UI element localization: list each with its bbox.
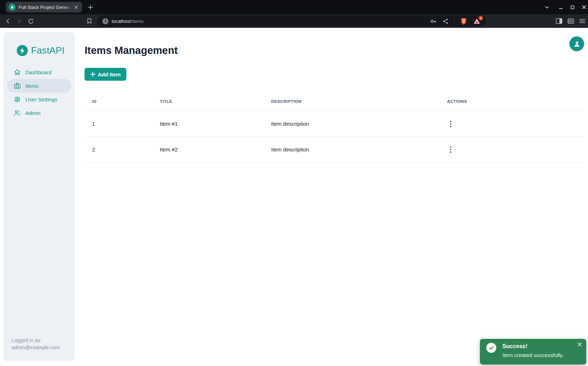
url-text[interactable]: localhost/items [112,19,430,24]
sidebar: FastAPI Dashboard Items [4,32,75,361]
password-key-icon[interactable] [430,18,437,25]
share-icon[interactable] [442,18,448,24]
logged-in-info: Logged in as: admin@example.com [11,337,60,351]
sidebar-menu: Dashboard Items User Settings [4,65,75,120]
plus-icon [90,72,95,77]
back-button[interactable] [4,17,12,25]
page-content: FastAPI Dashboard Items [0,28,588,366]
urlbar-divider [454,18,455,24]
col-header-description: DESCRIPTION [264,99,440,104]
tab-title-fade [64,2,74,12]
sidebar-item-label: Items [25,83,39,89]
toast-title: Success! [502,343,527,350]
menu-hamburger-icon[interactable] [578,17,587,25]
app-logo: FastAPI [17,45,75,56]
sidebar-item-items[interactable]: Items [7,79,71,92]
browser-window: Full Stack Project Genera [0,0,588,366]
sidebar-item-label: Admin [25,110,41,116]
reload-button[interactable] [26,17,35,25]
toast-close-icon[interactable] [576,341,583,348]
cell-title: Item #1 [152,121,264,127]
url-host: localhost [112,19,131,24]
sidebar-item-label: User Settings [25,96,57,102]
window-close-button[interactable] [580,3,588,11]
site-info-icon[interactable]: i [102,18,108,24]
sidebar-item-label: Dashboard [25,69,51,75]
user-avatar-button[interactable] [569,36,584,51]
sidebar-panel-toggle-icon[interactable] [555,17,563,25]
table-row: 1 Item #1 Item description [85,111,584,137]
add-item-button[interactable]: Add Item [85,68,126,81]
row-actions-kebab-button[interactable] [446,145,456,155]
window-minimize-button[interactable] [557,3,565,11]
row-actions-kebab-button[interactable] [446,119,456,129]
fastapi-favicon-icon [9,4,16,11]
sidebar-item-dashboard[interactable]: Dashboard [7,65,71,79]
gear-icon [14,96,21,103]
col-header-title: TITLE [152,99,264,104]
window-maximize-button[interactable] [568,3,576,11]
success-toast: Success! Item created successfully. [480,339,586,365]
sidebar-item-user-settings[interactable]: User Settings [7,92,71,106]
url-bar[interactable]: i localhost/items 1 [97,16,486,26]
cell-title: Item #2 [152,146,264,152]
browser-tab[interactable]: Full Stack Project Genera [6,2,82,12]
rewards-badge: 1 [478,16,483,20]
logged-in-label: Logged in as: [11,337,60,344]
users-icon [14,110,21,116]
cell-id: 1 [85,121,152,127]
new-tab-button[interactable] [86,3,94,11]
sidebar-item-admin[interactable]: Admin [7,106,71,120]
col-header-actions: ACTIONS [440,99,584,104]
cell-description: Item description [264,121,440,127]
brave-rewards-icon[interactable]: 1 [473,17,481,25]
table-row: 2 Item #2 Item description [85,137,584,162]
app-logo-text: FastAPI [31,45,65,56]
table-header-row: ID TITLE DESCRIPTION ACTIONS [85,92,584,111]
user-icon [573,40,581,48]
col-header-id: ID [85,99,152,104]
url-path: /items [131,19,143,24]
tab-close-icon[interactable] [73,4,79,10]
briefcase-icon [14,82,21,89]
home-icon [14,69,21,75]
items-table: ID TITLE DESCRIPTION ACTIONS 1 Item #1 I… [85,92,584,162]
bookmark-icon[interactable] [85,17,93,25]
brave-shield-icon[interactable] [460,17,467,25]
forward-button[interactable] [15,17,24,25]
fastapi-logo-icon [17,45,28,56]
cell-id: 2 [85,146,152,152]
cell-description: Item description [264,146,440,152]
logged-in-email: admin@example.com [11,344,60,351]
wallet-icon[interactable] [567,17,575,25]
check-circle-icon [486,343,496,353]
toast-message: Item created successfully. [502,352,563,358]
page-title: Items Management [85,45,178,56]
urlbar-icon-group: 1 [430,17,481,25]
add-item-label: Add Item [98,71,121,77]
tab-search-chevron-icon[interactable] [543,3,551,11]
tab-strip: Full Stack Project Genera [0,0,588,14]
